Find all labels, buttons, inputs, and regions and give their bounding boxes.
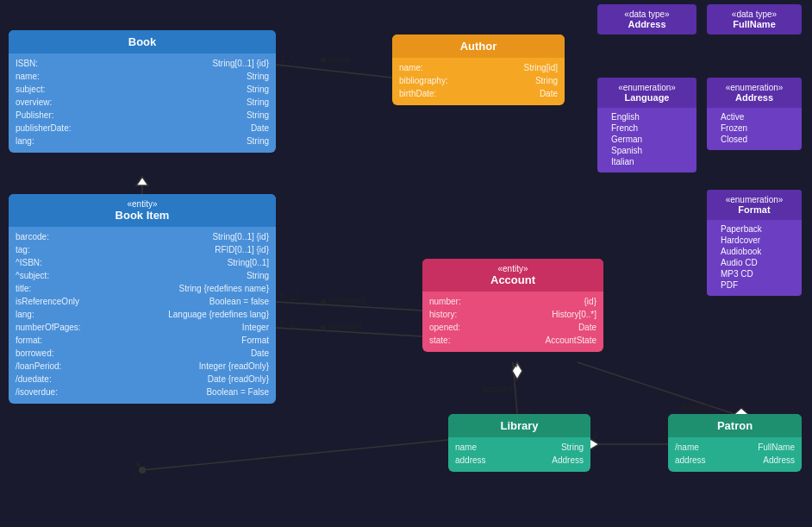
table-row: /loanPeriod: Integer {readOnly} bbox=[16, 360, 269, 373]
dtype-address-header: «data type» Address bbox=[597, 4, 696, 35]
list-item: Active bbox=[714, 111, 795, 122]
table-row: birthDate: Date bbox=[399, 87, 558, 100]
list-item: MP3 CD bbox=[714, 268, 795, 279]
bookitem-body: barcode: String[0..1] {id} tag: RFID[0..… bbox=[9, 227, 276, 404]
list-item: PDF bbox=[714, 279, 795, 291]
svg-text:account: account bbox=[681, 402, 711, 411]
list-item: Audio CD bbox=[714, 257, 795, 268]
svg-line-3 bbox=[276, 302, 422, 311]
list-item: Spanish bbox=[604, 145, 690, 156]
dtype-address-stereotype: «data type» bbox=[604, 9, 690, 19]
dtype-address-box: «data type» Address bbox=[597, 4, 696, 35]
table-row: ^subject: String bbox=[16, 269, 269, 282]
table-row: /duedate: Date {readOnly} bbox=[16, 373, 269, 386]
list-item: Closed bbox=[714, 134, 795, 145]
table-row: numberOfPages: Integer bbox=[16, 321, 269, 334]
enum-format-stereotype: «enumeration» bbox=[714, 195, 795, 204]
svg-text:0..3: 0..3 bbox=[280, 318, 295, 328]
svg-text:*: * bbox=[662, 430, 665, 440]
library-header: Library bbox=[448, 414, 590, 437]
enum-address-stereotype: «enumeration» bbox=[714, 83, 795, 92]
table-row: lang: Language {redefines lang} bbox=[16, 308, 269, 321]
table-row: name: String bbox=[16, 70, 269, 83]
table-row: subject: String bbox=[16, 83, 269, 96]
enum-language-body: English French German Spanish Italian bbox=[597, 108, 696, 173]
svg-text:◀ borrowed: ◀ borrowed bbox=[319, 296, 364, 305]
enum-format-box: «enumeration» Format Paperback Hardcover… bbox=[707, 190, 802, 296]
table-row: /name FullName bbox=[675, 441, 795, 454]
enum-address-body: Active Frozen Closed bbox=[707, 108, 802, 150]
table-row: /isoverdue: Boolean = False bbox=[16, 386, 269, 398]
table-row: name: String[id] bbox=[399, 61, 558, 74]
library-body: name String address Address bbox=[448, 437, 590, 472]
table-row: barcode: String[0..1] {id} bbox=[16, 230, 269, 243]
list-item: Italian bbox=[604, 156, 690, 167]
svg-line-9 bbox=[578, 362, 734, 414]
svg-line-5 bbox=[513, 362, 517, 414]
book-header: Book bbox=[9, 30, 276, 53]
author-body: name: String[id] bibliography: String bi… bbox=[392, 58, 565, 105]
dtype-fullname-stereotype: «data type» bbox=[714, 9, 795, 19]
account-box: «entity» Account number: {id} history: H… bbox=[422, 259, 603, 352]
table-row: tag: RFID[0..1] {id} bbox=[16, 243, 269, 256]
svg-line-11 bbox=[142, 440, 448, 470]
svg-text:*: * bbox=[515, 363, 518, 373]
svg-line-4 bbox=[276, 328, 422, 336]
table-row: Publisher: String bbox=[16, 109, 269, 122]
table-row: address Address bbox=[675, 454, 795, 467]
enum-address-header: «enumeration» Address bbox=[707, 78, 802, 108]
book-box: Book ISBN: String[0..1] {id} name: Strin… bbox=[9, 30, 276, 153]
patron-box: Patron /name FullName address Address bbox=[668, 414, 802, 472]
table-row: opened: Date bbox=[429, 321, 597, 334]
bookitem-stereotype: «entity» bbox=[16, 199, 269, 209]
svg-text:account: account bbox=[483, 385, 513, 394]
account-body: number: {id} history: History[0..*] open… bbox=[422, 292, 603, 352]
table-row: name String bbox=[455, 441, 584, 454]
svg-point-12 bbox=[139, 467, 146, 474]
list-item: German bbox=[604, 134, 690, 145]
book-body: ISBN: String[0..1] {id} name: String sub… bbox=[9, 53, 276, 153]
table-row: history: History[0..*] bbox=[429, 308, 597, 321]
list-item: French bbox=[604, 122, 690, 134]
table-row: overview: String bbox=[16, 96, 269, 109]
svg-marker-6 bbox=[512, 362, 522, 380]
table-row: ISBN: String[0..1] {id} bbox=[16, 57, 269, 70]
bookitem-header: «entity» Book Item bbox=[9, 194, 276, 227]
patron-body: /name FullName address Address bbox=[668, 437, 802, 472]
account-header: «entity» Account bbox=[422, 259, 603, 292]
svg-text:1..*: 1..* bbox=[280, 54, 293, 64]
table-row: isReferenceOnly Boolean = false bbox=[16, 295, 269, 308]
svg-text:▲: ▲ bbox=[134, 458, 142, 467]
svg-text:1: 1 bbox=[526, 404, 531, 413]
enum-address-box: «enumeration» Address Active Frozen Clos… bbox=[707, 78, 802, 150]
table-row: title: String {redefines name} bbox=[16, 282, 269, 295]
table-row: number: {id} bbox=[429, 295, 597, 308]
table-row: lang: String bbox=[16, 135, 269, 147]
svg-text:*: * bbox=[134, 475, 137, 485]
list-item: Audiobook bbox=[714, 246, 795, 257]
list-item: Paperback bbox=[714, 223, 795, 235]
table-row: address Address bbox=[455, 454, 584, 467]
bookitem-box: «entity» Book Item barcode: String[0..1]… bbox=[9, 194, 276, 404]
svg-line-0 bbox=[276, 65, 392, 78]
enum-language-header: «enumeration» Language bbox=[597, 78, 696, 108]
dtype-fullname-box: «data type» FullName bbox=[707, 4, 802, 35]
list-item: Frozen bbox=[714, 122, 795, 134]
svg-text:◀ reserved: ◀ reserved bbox=[319, 322, 362, 331]
account-stereotype: «entity» bbox=[429, 264, 597, 273]
svg-text:◀ wrote: ◀ wrote bbox=[319, 54, 350, 64]
table-row: bibliography: String bbox=[399, 74, 558, 87]
table-row: publisherDate: Date bbox=[16, 122, 269, 135]
author-box: Author name: String[id] bibliography: St… bbox=[392, 35, 565, 105]
diagram-container: 1..* 1..* ◀ wrote ◀ borrowed 0..12 ◀ res… bbox=[0, 0, 812, 527]
svg-marker-2 bbox=[136, 177, 148, 185]
table-row: state: AccountState bbox=[429, 334, 597, 347]
patron-header: Patron bbox=[668, 414, 802, 437]
enum-format-body: Paperback Hardcover Audiobook Audio CD M… bbox=[707, 220, 802, 296]
list-item: Hardcover bbox=[714, 235, 795, 246]
svg-text:0..12: 0..12 bbox=[280, 292, 300, 302]
table-row: ^ISBN: String[0..1] bbox=[16, 256, 269, 269]
list-item: English bbox=[604, 111, 690, 122]
table-row: borrowed: Date bbox=[16, 347, 269, 360]
enum-format-header: «enumeration» Format bbox=[707, 190, 802, 220]
